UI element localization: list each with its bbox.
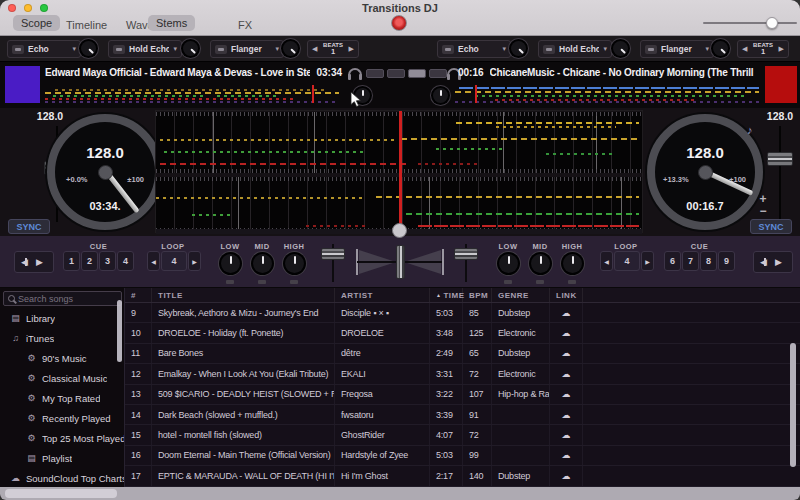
cue-button-7[interactable]: 7 (682, 251, 699, 271)
cue-button-9[interactable]: 9 (718, 251, 735, 271)
sidebar-item[interactable]: ⚙Top 25 Most Played (0, 428, 124, 448)
fx-select[interactable]: Hold Echo (559, 44, 599, 54)
header-time[interactable]: ▲ TIME (430, 288, 463, 302)
layout-button-1[interactable] (366, 69, 384, 78)
soundcloud-link-icon[interactable]: ☁ (550, 446, 583, 465)
stepper-prev-icon[interactable]: ◀ (742, 45, 747, 53)
eq-mid-knob-a[interactable] (253, 254, 272, 273)
eq-low-knob-b[interactable] (499, 254, 518, 273)
fx-select[interactable]: Hold Echo (129, 44, 169, 54)
skip-back-button[interactable]: ◀ (25, 258, 28, 267)
table-row[interactable]: 17EPTIC & MARAUDA - WALL OF DEATH (HI I'… (125, 466, 800, 486)
fx-unit-a2[interactable]: Hold Echo ▾ (108, 40, 182, 58)
skip-back-button[interactable]: ◀ (764, 258, 767, 267)
fx-beats-stepper-a[interactable]: ◀ BEATS1 ▶ (307, 40, 359, 58)
table-row[interactable]: 13509 $ICARIO - DEADLY HEIST (SLOWED + R… (125, 385, 800, 405)
pitch-down-button-b[interactable]: − (754, 206, 772, 216)
cue-button-2[interactable]: 2 (81, 251, 98, 271)
fx-unit-a1[interactable]: Echo ▾ (7, 40, 81, 58)
soundcloud-link-icon[interactable]: ☁ (550, 405, 583, 424)
table-row[interactable]: 14Dark Beach (slowed + muffled.)fwsatoru… (125, 405, 800, 425)
volume-fader-a-handle[interactable] (321, 248, 345, 260)
fx-select[interactable]: Echo (458, 44, 498, 54)
fx-amount-knob[interactable] (713, 41, 728, 56)
headphone-cue-a-icon[interactable] (348, 68, 362, 77)
soundcloud-link-icon[interactable]: ☁ (550, 466, 583, 485)
eq-low-knob-a[interactable] (221, 254, 240, 273)
soundcloud-link-icon[interactable]: ☁ (550, 323, 583, 342)
soundcloud-link-icon[interactable]: ☁ (550, 303, 583, 322)
chevron-down-icon[interactable]: ▾ (603, 45, 607, 53)
table-row[interactable]: 12Emalkay - When I Look At You (Ekali Tr… (125, 364, 800, 384)
tab-scope[interactable]: Scope (13, 15, 60, 31)
fx-amount-knob[interactable] (511, 41, 526, 56)
chevron-down-icon[interactable]: ▾ (705, 45, 709, 53)
fx-beats-stepper-b[interactable]: ◀ BEATS1 ▶ (737, 40, 789, 58)
play-button-a[interactable]: ▶ (36, 258, 43, 267)
sidebar-item[interactable]: ⚙My Top Rated (0, 388, 124, 408)
header-num[interactable]: # (125, 288, 152, 302)
pitch-fader-b[interactable] (779, 126, 781, 222)
chevron-down-icon[interactable]: ▾ (502, 45, 506, 53)
search-box[interactable] (3, 291, 122, 306)
loop-double-button[interactable]: ▶ (188, 251, 201, 271)
tab-fx[interactable]: FX (230, 17, 260, 33)
pitch-up-button-b[interactable]: + (754, 194, 772, 204)
cue-button-8[interactable]: 8 (700, 251, 717, 271)
volume-slider[interactable] (703, 16, 797, 30)
volume-fader-b-handle[interactable] (454, 248, 478, 260)
layout-button-3[interactable] (408, 69, 426, 78)
soundcloud-link-icon[interactable]: ☁ (550, 344, 583, 363)
layout-button-2[interactable] (387, 69, 405, 78)
sidebar-item[interactable]: ⚙Recently Played (0, 408, 124, 428)
header-bpm[interactable]: BPM (463, 288, 492, 302)
gain-knob-b[interactable] (433, 88, 448, 103)
sidebar-item[interactable]: ♫iTunes (0, 328, 124, 348)
table-row[interactable]: 10DROELOE - Holiday (ft. Ponette)DROELOE… (125, 323, 800, 343)
tab-stems[interactable]: Stems (148, 15, 195, 31)
table-row[interactable]: 11Bare Bonesdêtre2:4965Dubstep☁ (125, 344, 800, 364)
sidebar-scrollbar[interactable] (117, 300, 122, 362)
fx-amount-knob[interactable] (81, 41, 96, 56)
cue-button-6[interactable]: 6 (664, 251, 681, 271)
table-scrollbar[interactable] (790, 343, 796, 467)
table-row[interactable]: 15hotel - montell fish (slowed)GhostRide… (125, 425, 800, 445)
stepper-next-icon[interactable]: ▶ (779, 45, 784, 53)
fx-enable-toggle[interactable] (543, 45, 555, 54)
header-title[interactable]: TITLE (152, 288, 335, 302)
waveform-scrub-handle[interactable] (392, 223, 407, 238)
jog-wheel-a[interactable]: 128.0 +0.0% ±100 03:34. (47, 114, 163, 230)
sync-button-b[interactable]: SYNC (750, 219, 792, 234)
fx-enable-toggle[interactable] (113, 45, 125, 54)
fx-amount-knob[interactable] (283, 41, 298, 56)
fx-unit-a3[interactable]: Flanger ▾ (210, 40, 284, 58)
fx-enable-toggle[interactable] (442, 45, 454, 54)
pitch-fader-b-handle[interactable] (767, 152, 793, 166)
sync-button-a[interactable]: SYNC (8, 219, 50, 234)
eq-mid-knob-b[interactable] (531, 254, 550, 273)
crossfader-handle[interactable] (396, 245, 405, 279)
header-link[interactable]: LINK (550, 288, 583, 302)
search-input[interactable] (18, 294, 117, 304)
tab-timeline[interactable]: Timeline (58, 17, 115, 33)
sidebar-item[interactable]: ⚙90's Music (0, 348, 124, 368)
fx-unit-b2[interactable]: Hold Echo ▾ (538, 40, 612, 58)
soundcloud-link-icon[interactable]: ☁ (550, 364, 583, 383)
fx-enable-toggle[interactable] (215, 45, 227, 54)
table-row[interactable]: 16Doom Eternal - Main Theme (Official Ve… (125, 446, 800, 466)
header-artist[interactable]: ARTIST (335, 288, 430, 302)
soundcloud-link-icon[interactable]: ☁ (550, 385, 583, 404)
fx-amount-knob[interactable] (183, 41, 198, 56)
layout-button-4[interactable] (429, 69, 447, 78)
soundcloud-link-icon[interactable]: ☁ (550, 425, 583, 444)
stepper-next-icon[interactable]: ▶ (349, 45, 354, 53)
cue-button-4[interactable]: 4 (117, 251, 134, 271)
fx-amount-knob[interactable] (613, 41, 628, 56)
eq-high-knob-b[interactable] (563, 254, 582, 273)
sidebar-item[interactable]: ▤Playlist (0, 448, 124, 468)
fx-select[interactable]: Flanger (661, 44, 701, 54)
fx-enable-toggle[interactable] (645, 45, 657, 54)
header-genre[interactable]: GENRE (492, 288, 550, 302)
fx-enable-toggle[interactable] (12, 45, 24, 54)
loop-halve-button[interactable]: ◀ (147, 251, 160, 271)
